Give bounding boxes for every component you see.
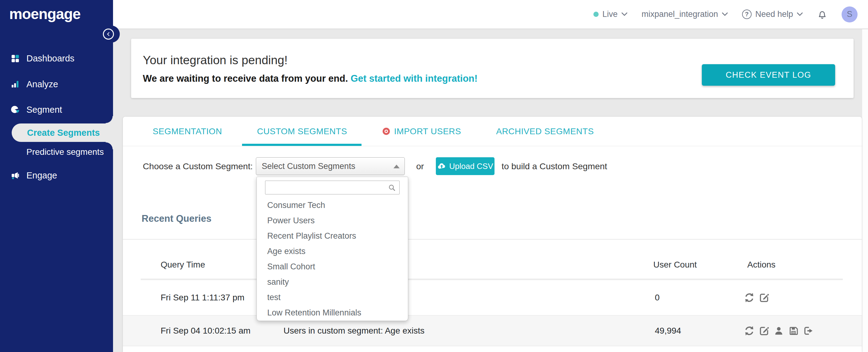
search-icon	[388, 184, 396, 192]
dropdown-options-list: Consumer Tech Power Users Recent Playlis…	[257, 197, 408, 320]
table-row: Fri Sep 11 1:11:37 pm 0	[123, 280, 862, 315]
choose-segment-label: Choose a Custom Segment:	[143, 161, 253, 171]
banner-title: Your integration is pending!	[143, 54, 287, 67]
dropdown-option[interactable]: Small Cohort	[257, 259, 408, 274]
tab-segmentation[interactable]: SEGMENTATION	[153, 117, 222, 146]
avatar-initial: S	[847, 9, 852, 19]
upload-csv-label: Upload CSV	[449, 162, 493, 171]
sidebar-curve-decoration	[106, 116, 113, 124]
red-target-icon	[382, 127, 391, 135]
sidebar-item-label: Segment	[26, 105, 62, 115]
query-time-cell: Fri Sep 04 10:02:15 am	[161, 326, 251, 336]
check-event-log-button[interactable]: CHECK EVENT LOG	[702, 64, 835, 86]
bell-icon	[817, 9, 828, 20]
notifications-bell-button[interactable]	[817, 9, 828, 20]
sidebar-item-dashboards[interactable]: Dashboards	[0, 50, 113, 67]
or-text: or	[416, 161, 424, 171]
megaphone-icon	[10, 171, 20, 180]
integration-pending-banner: Your integration is pending! We are wait…	[131, 39, 854, 98]
dropdown-option[interactable]: Low Retention Millennials	[257, 305, 408, 320]
bar-chart-icon	[10, 79, 20, 89]
dropdown-option[interactable]: Consumer Tech	[257, 197, 408, 213]
pie-chart-icon	[10, 105, 20, 114]
question-circle-icon: ?	[742, 9, 752, 19]
sidebar-item-predictive-segments[interactable]: Predictive segments	[0, 143, 113, 161]
sidebar: moengage Dashboards Analyze Segment Crea…	[0, 0, 113, 352]
sidebar-item-label: Dashboards	[26, 54, 74, 64]
recent-queries-title: Recent Queries	[142, 213, 211, 224]
tab-custom-segments[interactable]: CUSTOM SEGMENTS	[257, 117, 347, 146]
dropdown-option[interactable]: Power Users	[257, 213, 408, 228]
workspace-label: mixpanel_integration	[642, 9, 718, 19]
help-label: Need help	[755, 9, 793, 19]
dropdown-option[interactable]: sanity	[257, 274, 408, 290]
dropdown-option[interactable]: Age exists	[257, 244, 408, 259]
dropdown-option[interactable]: Recent Playlist Creators	[257, 228, 408, 244]
export-icon[interactable]	[803, 325, 814, 336]
sidebar-item-analyze[interactable]: Analyze	[0, 75, 113, 93]
row-actions	[744, 325, 814, 336]
dashboard-grid-icon	[10, 54, 20, 63]
column-header-query-time: Query Time	[161, 260, 205, 270]
row-actions	[744, 292, 769, 303]
get-started-link[interactable]: Get started with integration!	[350, 73, 477, 84]
user-count-cell: 49,994	[655, 326, 681, 336]
live-status-dot	[593, 12, 599, 17]
edit-icon[interactable]	[758, 325, 769, 336]
sidebar-item-create-segments[interactable]: Create Segments	[12, 124, 113, 142]
moengage-logo[interactable]: moengage	[9, 5, 81, 23]
segment-tabs: SEGMENTATION CUSTOM SEGMENTS IMPORT USER…	[123, 117, 862, 146]
refresh-icon[interactable]	[744, 325, 755, 336]
banner-subtitle: We are waiting to receive data from your…	[143, 73, 477, 84]
sidebar-item-segment[interactable]: Segment	[0, 101, 113, 118]
chevron-left-icon	[106, 31, 111, 37]
chevron-down-icon	[621, 12, 627, 16]
segments-card: SEGMENTATION CUSTOM SEGMENTS IMPORT USER…	[123, 117, 862, 352]
select-value: Select Custom Segments	[262, 162, 355, 171]
tab-import-users[interactable]: IMPORT USERS	[382, 117, 461, 146]
user-count-cell: 0	[655, 293, 660, 302]
sidebar-collapse-bump	[102, 26, 120, 43]
sidebar-curve-decoration	[106, 142, 113, 149]
help-dropdown[interactable]: ? Need help	[742, 9, 803, 19]
dropdown-option[interactable]: test	[257, 290, 408, 305]
edit-icon[interactable]	[758, 292, 769, 303]
sidebar-item-label: Analyze	[26, 79, 58, 89]
refresh-icon[interactable]	[744, 292, 755, 303]
tab-label: SEGMENTATION	[153, 127, 222, 136]
custom-segment-dropdown-panel: Consumer Tech Power Users Recent Playlis…	[256, 177, 408, 321]
top-header: Live mixpanel_integration ? Need help S	[113, 0, 868, 29]
user-icon[interactable]	[773, 325, 784, 336]
chevron-down-icon	[797, 12, 803, 16]
query-description-cell: Users in custom segment: Age exists	[283, 326, 425, 336]
table-row: Fri Sep 04 10:02:15 am Users in custom s…	[123, 315, 862, 346]
column-header-user-count: User Count	[653, 260, 697, 270]
upload-csv-button[interactable]: Upload CSV	[436, 157, 495, 175]
question-glyph: ?	[745, 11, 748, 18]
column-header-actions: Actions	[747, 260, 776, 270]
tab-label: CUSTOM SEGMENTS	[257, 127, 347, 136]
custom-segment-select[interactable]: Select Custom Segments	[256, 157, 405, 175]
tab-archived-segments[interactable]: ARCHIVED SEGMENTS	[496, 117, 594, 146]
chevron-down-icon	[722, 12, 728, 16]
cloud-upload-icon	[437, 162, 446, 171]
sidebar-item-label: Engage	[26, 170, 57, 181]
query-time-cell: Fri Sep 11 1:11:37 pm	[161, 293, 245, 302]
save-icon[interactable]	[788, 325, 799, 336]
section-divider	[123, 239, 862, 239]
sidebar-item-engage[interactable]: Engage	[0, 167, 113, 184]
banner-subtitle-text: We are waiting to receive data from your…	[143, 73, 348, 84]
environment-dropdown[interactable]: Live	[593, 9, 627, 19]
dropdown-search-input[interactable]	[265, 181, 400, 194]
user-avatar[interactable]: S	[842, 6, 858, 23]
scrollbar-track[interactable]	[862, 29, 868, 352]
workspace-dropdown[interactable]: mixpanel_integration	[642, 9, 728, 19]
build-segment-suffix-text: to build a Custom Segment	[502, 161, 607, 171]
sidebar-item-label: Predictive segments	[26, 147, 104, 157]
sidebar-item-label: Create Segments	[27, 124, 100, 142]
sidebar-collapse-button[interactable]	[103, 29, 114, 40]
triangle-up-icon	[394, 165, 400, 168]
tab-label: ARCHIVED SEGMENTS	[496, 127, 594, 136]
tab-label: IMPORT USERS	[394, 127, 461, 136]
environment-label: Live	[602, 9, 618, 19]
